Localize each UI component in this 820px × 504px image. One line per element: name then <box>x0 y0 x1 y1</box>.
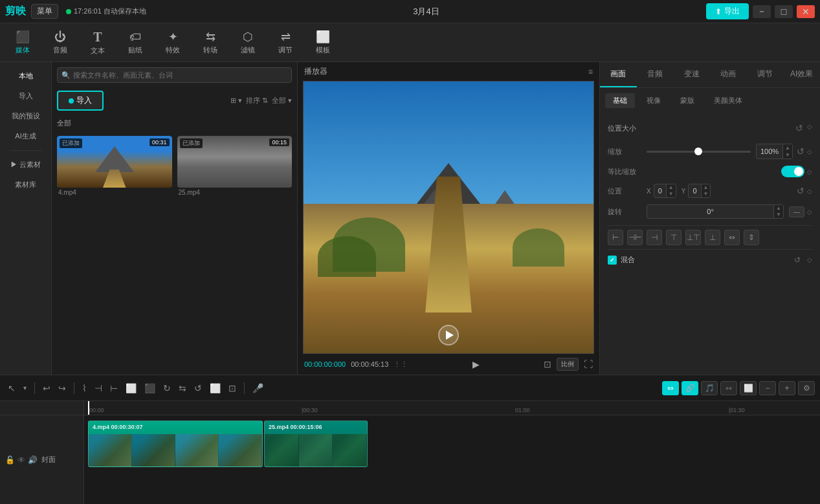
tab-speed[interactable]: 变速 <box>673 62 710 87</box>
settings-btn[interactable]: ⚙ <box>798 381 815 395</box>
delete-button[interactable]: ⬜ <box>123 381 139 395</box>
close-button[interactable]: ✕ <box>797 5 815 18</box>
position-reset-icon[interactable]: ↺ <box>797 186 804 196</box>
media-category-all[interactable]: 全部 <box>52 116 297 131</box>
mix-reset-icon[interactable]: ↺ <box>794 256 801 265</box>
screenshot-button[interactable]: ⊡ <box>226 381 239 395</box>
pos-x-up[interactable]: ▲ <box>667 184 676 191</box>
select-dropdown[interactable]: ▾ <box>21 382 29 393</box>
toolbar-text[interactable]: T 文本 <box>80 26 115 60</box>
split-button[interactable]: ⌇ <box>80 381 89 395</box>
rotation-up[interactable]: ▲ <box>774 205 783 212</box>
mirror-button[interactable]: ⇆ <box>176 381 189 395</box>
distribute-v-btn[interactable]: ⇕ <box>744 230 759 245</box>
tab-audio[interactable]: 音频 <box>637 62 674 87</box>
toolbar-effects[interactable]: ✦ 特效 <box>155 26 190 60</box>
fit-screen-icon[interactable]: ⊡ <box>544 359 551 369</box>
proportional-toggle[interactable] <box>781 166 804 177</box>
rotation-cover-button[interactable]: — <box>789 206 804 217</box>
pos-y-down[interactable]: ▼ <box>702 191 711 197</box>
align-right-btn[interactable]: ⊣ <box>647 230 662 245</box>
sidebar-item-library[interactable]: 素材库 <box>5 176 47 193</box>
proportional-keyframe-icon[interactable]: ◇ <box>807 168 812 175</box>
track-visibility-btn[interactable]: 👁 <box>17 455 25 465</box>
reset-icon[interactable]: ↺ <box>795 123 803 133</box>
toolbar-filters[interactable]: ⬡ 滤镜 <box>230 26 265 60</box>
toolbar-sticker[interactable]: 🏷 贴纸 <box>118 26 153 60</box>
scale-keyframe-icon[interactable]: ◇ <box>807 148 812 155</box>
rotate-tl-button[interactable]: ↺ <box>192 381 205 395</box>
trim-right-button[interactable]: ⊢ <box>107 381 120 395</box>
align-left-btn[interactable]: ⊢ <box>608 230 623 245</box>
grid-view-icon[interactable]: ⊞ ▾ <box>230 96 242 105</box>
toolbar-media[interactable]: ⬛ 媒体 <box>5 26 40 60</box>
cursor-tool-button[interactable]: ↖ <box>5 381 18 395</box>
voiceover-button[interactable]: 🎤 <box>250 381 266 395</box>
play-pause-button[interactable]: ▶ <box>471 358 481 371</box>
toolbar-tune[interactable]: ⇌ 调节 <box>268 26 303 60</box>
tab-canvas[interactable]: 画面 <box>600 62 637 87</box>
clip-2[interactable]: 25.mp4 00:00:15:06 <box>264 421 368 467</box>
minimize-button[interactable]: － <box>753 5 771 18</box>
distribute-h-btn[interactable]: ⇔ <box>724 230 740 245</box>
maximize-button[interactable]: □ <box>775 5 793 18</box>
import-button[interactable]: 导入 <box>57 91 104 111</box>
position-keyframe-icon[interactable]: ◇ <box>807 188 812 195</box>
export-button[interactable]: ⬆ 导出 <box>706 3 749 19</box>
zoom-out-btn[interactable]: − <box>759 381 776 395</box>
toolbar-transitions[interactable]: ⇆ 转场 <box>193 26 228 60</box>
keyframe-diamond-icon[interactable]: ◇ <box>807 123 812 133</box>
subtab-beauty[interactable]: 美颜美体 <box>706 93 750 108</box>
track-audio-btn[interactable]: 🔊 <box>28 455 38 465</box>
sidebar-item-local[interactable]: 本地 <box>5 67 47 85</box>
audio-link-btn[interactable]: 🎵 <box>701 381 718 395</box>
fullscreen-icon[interactable]: ⛶ <box>584 359 593 369</box>
mix-keyframe-icon[interactable]: ◇ <box>807 256 812 263</box>
trim-left-button[interactable]: ⊣ <box>92 381 105 395</box>
undo-button[interactable]: ↩ <box>40 381 53 395</box>
clip-1[interactable]: 4.mp4 00:00:30:07 <box>88 421 263 467</box>
pos-y-up[interactable]: ▲ <box>702 184 711 191</box>
rotation-down[interactable]: ▼ <box>774 212 783 218</box>
scale-up-arrow[interactable]: ▲ <box>783 144 792 151</box>
rotation-keyframe-icon[interactable]: ◇ <box>807 208 812 215</box>
scale-slider[interactable] <box>647 151 751 153</box>
preview-play-button[interactable] <box>438 325 459 345</box>
align-bottom-btn[interactable]: ⊥ <box>705 230 720 245</box>
scale-down-arrow[interactable]: ▼ <box>783 151 792 159</box>
copy-button[interactable]: ⬛ <box>142 381 158 395</box>
subtab-mask[interactable]: 蒙版 <box>672 93 702 108</box>
preview-quality-btn[interactable]: ⬜ <box>740 381 757 395</box>
toolbar-templates[interactable]: ⬜ 模板 <box>305 26 340 60</box>
sort-label[interactable]: 排序 ⇅ <box>246 96 268 105</box>
menu-button[interactable]: 菜单 <box>31 4 58 19</box>
media-item[interactable]: 已添加 00:31 4.mp4 <box>57 136 172 369</box>
tab-adjust[interactable]: 调节 <box>747 62 784 87</box>
ripple-btn[interactable]: ⇿ <box>720 381 737 395</box>
preview-menu-icon[interactable]: ≡ <box>588 67 593 76</box>
magnetic-tool-btn[interactable]: ⇔ <box>662 381 679 395</box>
crop-button[interactable]: ⬜ <box>207 381 223 395</box>
ratio-button[interactable]: 比例 <box>557 358 579 371</box>
subtab-video[interactable]: 视像 <box>639 93 669 108</box>
sidebar-item-import[interactable]: 导入 <box>5 87 47 105</box>
tab-ai-effects[interactable]: AI效果 <box>783 62 820 87</box>
loop-button[interactable]: ↻ <box>161 381 173 395</box>
scale-reset-icon[interactable]: ↺ <box>797 146 804 157</box>
toolbar-audio[interactable]: ⏻ 音频 <box>43 26 78 60</box>
subtab-basic[interactable]: 基础 <box>605 93 635 108</box>
sidebar-item-ai[interactable]: AI生成 <box>5 127 47 145</box>
redo-button[interactable]: ↪ <box>56 381 69 395</box>
sidebar-item-mypresets[interactable]: 我的预设 <box>5 107 47 125</box>
align-top-btn[interactable]: ⊤ <box>666 230 681 245</box>
pos-x-down[interactable]: ▼ <box>667 191 676 197</box>
search-input[interactable] <box>57 67 292 83</box>
sidebar-item-cloud[interactable]: ▶ 云素材 <box>5 156 47 173</box>
all-filter-label[interactable]: 全部 ▾ <box>272 96 292 105</box>
zoom-in-btn[interactable]: + <box>779 381 795 395</box>
mix-checkbox[interactable]: ✓ <box>608 256 617 265</box>
media-item[interactable]: 已添加 00:15 25.mp4 <box>177 136 293 369</box>
link-tool-btn[interactable]: 🔗 <box>681 381 698 395</box>
track-lock-btn[interactable]: 🔓 <box>5 455 15 465</box>
tab-animation[interactable]: 动画 <box>710 62 747 87</box>
